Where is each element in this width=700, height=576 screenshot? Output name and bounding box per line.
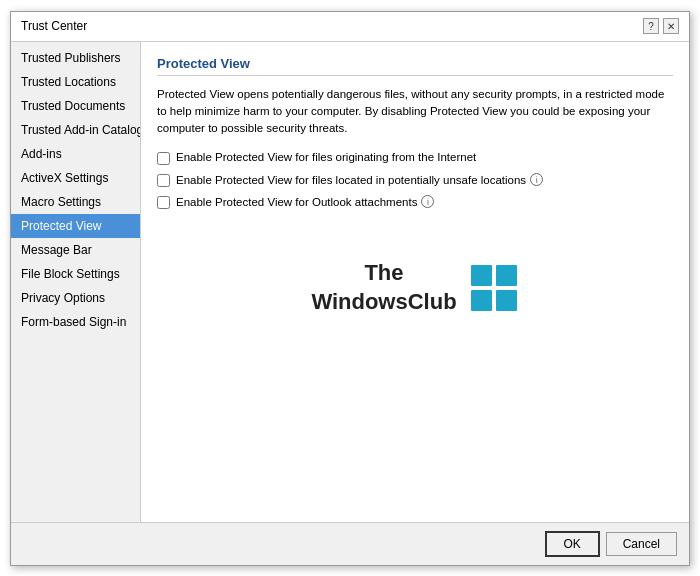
logo-icon: [469, 263, 519, 313]
title-bar: Trust Center ? ✕: [11, 12, 689, 42]
cancel-button[interactable]: Cancel: [606, 532, 677, 556]
checkbox-internet-files[interactable]: [157, 152, 170, 165]
section-title: Protected View: [157, 56, 673, 76]
main-content: Protected View Protected View opens pote…: [141, 42, 689, 522]
svg-rect-0: [471, 265, 492, 286]
checkbox-outlook-attachments[interactable]: [157, 196, 170, 209]
checkbox-internet-files-label[interactable]: Enable Protected View for files originat…: [176, 151, 476, 163]
checkbox-unsafe-locations-row: Enable Protected View for files located …: [157, 173, 673, 187]
sidebar-item-message-bar[interactable]: Message Bar: [11, 238, 140, 262]
logo-container: The WindowsClub: [311, 259, 518, 316]
sidebar-item-add-ins[interactable]: Add-ins: [11, 142, 140, 166]
sidebar: Trusted Publishers Trusted Locations Tru…: [11, 42, 141, 522]
info-icon-outlook-attachments[interactable]: i: [421, 195, 434, 208]
svg-rect-3: [496, 290, 517, 311]
svg-rect-1: [496, 265, 517, 286]
close-button[interactable]: ✕: [663, 18, 679, 34]
sidebar-item-file-block-settings[interactable]: File Block Settings: [11, 262, 140, 286]
checkbox-outlook-attachments-label[interactable]: Enable Protected View for Outlook attach…: [176, 195, 434, 208]
sidebar-item-trusted-publishers[interactable]: Trusted Publishers: [11, 46, 140, 70]
ok-button[interactable]: OK: [545, 531, 600, 557]
checkbox-unsafe-locations[interactable]: [157, 174, 170, 187]
dialog-title: Trust Center: [21, 19, 87, 33]
sidebar-item-form-based-sign-in[interactable]: Form-based Sign-in: [11, 310, 140, 334]
sidebar-item-trusted-locations[interactable]: Trusted Locations: [11, 70, 140, 94]
checkbox-unsafe-locations-label[interactable]: Enable Protected View for files located …: [176, 173, 543, 186]
sidebar-item-privacy-options[interactable]: Privacy Options: [11, 286, 140, 310]
sidebar-item-trusted-add-in-catalogs[interactable]: Trusted Add-in Catalogs: [11, 118, 140, 142]
logo-text: The WindowsClub: [311, 259, 456, 316]
sidebar-item-macro-settings[interactable]: Macro Settings: [11, 190, 140, 214]
checkbox-outlook-attachments-row: Enable Protected View for Outlook attach…: [157, 195, 673, 209]
title-bar-controls: ? ✕: [643, 18, 679, 34]
dialog-footer: OK Cancel: [11, 522, 689, 565]
trust-center-dialog: Trust Center ? ✕ Trusted Publishers Trus…: [10, 11, 690, 566]
sidebar-item-protected-view[interactable]: Protected View: [11, 214, 140, 238]
sidebar-item-trusted-documents[interactable]: Trusted Documents: [11, 94, 140, 118]
sidebar-item-activex-settings[interactable]: ActiveX Settings: [11, 166, 140, 190]
help-button[interactable]: ?: [643, 18, 659, 34]
checkbox-internet-files-row: Enable Protected View for files originat…: [157, 151, 673, 165]
description-text: Protected View opens potentially dangero…: [157, 86, 673, 138]
logo-area: The WindowsClub: [157, 239, 673, 336]
dialog-body: Trusted Publishers Trusted Locations Tru…: [11, 42, 689, 522]
svg-rect-2: [471, 290, 492, 311]
info-icon-unsafe-locations[interactable]: i: [530, 173, 543, 186]
